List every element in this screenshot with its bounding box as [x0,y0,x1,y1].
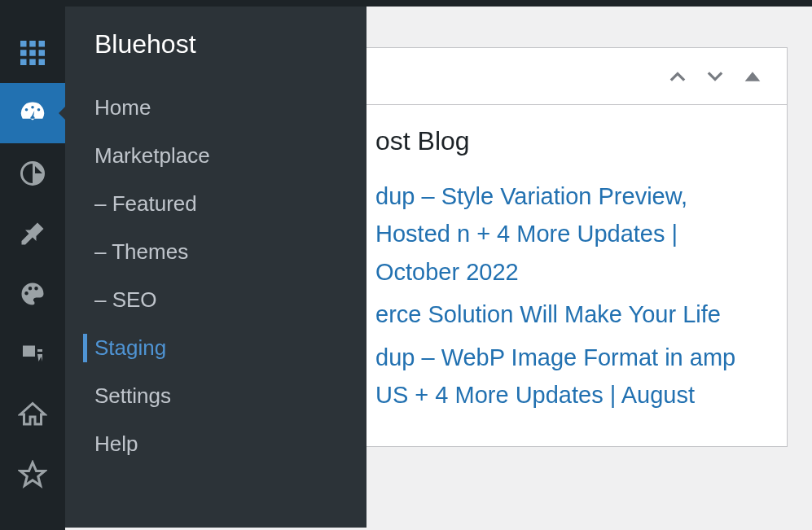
svg-rect-1 [29,41,36,47]
submenu-panel: Bluehost Home Marketplace – Featured – T… [65,7,366,528]
admin-sidebar [0,7,65,530]
submenu-item-featured[interactable]: – Featured [65,180,366,228]
star-icon [18,460,47,489]
submenu-item-marketplace[interactable]: Marketplace [65,132,366,180]
media-icon [18,339,47,369]
svg-rect-7 [29,59,36,66]
sidebar-item-bluehost[interactable] [0,23,65,83]
admin-topbar [0,0,812,7]
sidebar-item-pages[interactable] [0,384,65,445]
submenu-item-seo[interactable]: – SEO [65,276,366,324]
sidebar-item-posts[interactable] [0,204,65,264]
palette-icon [18,279,47,309]
blog-link[interactable]: erce Solution Will Make Your Life [375,296,757,333]
submenu-item-settings[interactable]: Settings [65,372,366,420]
submenu-item-themes[interactable]: – Themes [65,228,366,276]
sidebar-item-sitekit[interactable] [0,143,65,204]
dashboard-icon [18,99,47,128]
sidebar-item-dashboard[interactable] [0,83,65,143]
pin-icon [18,219,47,248]
circle-half-icon [18,159,47,188]
submenu-item-help[interactable]: Help [65,420,366,468]
svg-rect-8 [39,59,46,66]
svg-rect-3 [20,50,27,56]
svg-rect-4 [29,50,36,56]
panel-title: ost Blog [375,126,757,156]
submenu-item-staging[interactable]: Staging [65,324,366,372]
sidebar-item-appearance[interactable] [0,264,65,324]
grid-icon [18,38,47,68]
sidebar-item-media[interactable] [0,324,65,384]
svg-rect-2 [39,41,46,47]
house-icon [18,400,47,429]
submenu-title: Bluehost [65,29,366,84]
blog-link[interactable]: dup – WebP Image Format in amp US + 4 Mo… [375,339,757,414]
svg-rect-0 [20,41,27,47]
submenu-item-home[interactable]: Home [65,84,366,132]
blog-link[interactable]: dup – Style Variation Preview, Hosted n … [375,177,757,291]
sidebar-item-favorites[interactable] [0,445,65,505]
chevron-down-icon[interactable] [704,65,726,88]
chevron-up-icon[interactable] [666,65,689,88]
triangle-up-icon[interactable] [741,65,764,88]
svg-rect-6 [20,59,27,66]
svg-rect-5 [39,50,46,56]
